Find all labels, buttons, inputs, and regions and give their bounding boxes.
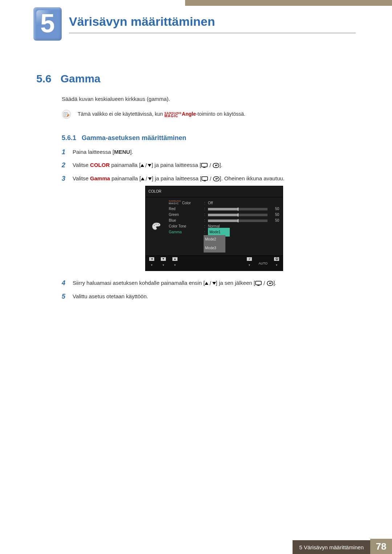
step-body: Valitse Gamma painamalla [/] ja paina la… — [73, 175, 352, 274]
subsection-number: 5.6.1 — [62, 134, 76, 141]
svg-point-13 — [158, 224, 159, 225]
osd-btn-enter: ↲▾ — [247, 257, 252, 269]
step-1: 1 Paina laitteessa [MENU]. — [62, 148, 352, 156]
step-number: 3 — [62, 175, 68, 182]
text: Valitse — [73, 162, 90, 168]
label: Gamma — [169, 228, 201, 236]
page-footer: 5 Värisävyn määrittäminen 78 — [0, 539, 392, 554]
chapter-number-badge: 5 — [33, 7, 62, 41]
mode-option: Mode3 — [204, 244, 225, 253]
footer-page-number: 78 — [370, 539, 392, 554]
step-3: 3 Valitse Gamma painamalla [/] ja paina … — [62, 175, 352, 274]
text: Siirry haluamasi asetuksen kohdalle pain… — [73, 280, 205, 286]
step-number: 5 — [62, 292, 68, 300]
svg-point-12 — [156, 224, 157, 225]
step-body: Valitse COLOR painamalla [/] ja paina la… — [73, 161, 352, 169]
color-label: COLOR — [90, 162, 110, 168]
text: ]. Oheinen ikkuna avautuu. — [220, 175, 284, 181]
osd-btn-power: ⏻▾ — [274, 257, 279, 269]
monitor-icon — [201, 176, 208, 181]
step-number: 2 — [62, 161, 68, 169]
slider — [208, 208, 268, 210]
enter-icon — [213, 176, 220, 181]
mode-option: Mode2 — [204, 235, 225, 244]
osd-left-icon-area — [146, 197, 167, 255]
samsung-magic-logo: SAMSUNG MAGIC — [164, 112, 182, 118]
up-down-icon: / — [205, 279, 216, 287]
osd-row-gamma: Gamma : Mode1 — [169, 229, 279, 235]
note-text: Tämä valikko ei ole käytettävissä, kun S… — [78, 111, 245, 117]
osd-right: SAMSUNG MAGIC Color : Off Red : — [167, 197, 283, 255]
osd-auto-label: AUTO — [258, 259, 268, 267]
monitor-icon — [255, 281, 262, 286]
samsung-magic-small: SAMSUNG MAGIC — [169, 200, 181, 205]
osd-btn-up: ▲▾ — [172, 257, 177, 269]
section-title: Gamma — [61, 73, 101, 85]
document-page: 5 Värisävyn määrittäminen 5.6 Gamma Sääd… — [0, 0, 392, 554]
step-body: Valittu asetus otetaan käyttöön. — [73, 292, 352, 300]
note-icon — [62, 110, 71, 119]
svg-point-11 — [154, 225, 155, 226]
step-number: 4 — [62, 279, 68, 287]
note-post: -toiminto on käytössä. — [196, 111, 245, 117]
slider — [208, 214, 268, 216]
footer-text: 5 Värisävyn määrittäminen — [293, 540, 370, 554]
osd-btn-left: ◄▾ — [149, 257, 154, 269]
text: ]. — [130, 149, 133, 155]
osd-btn-down: ▼▾ — [161, 257, 166, 269]
chapter-rule — [69, 33, 356, 33]
step-number: 1 — [62, 148, 68, 156]
svg-rect-5 — [201, 163, 207, 167]
section-number: 5.6 — [36, 73, 52, 85]
osd-title: COLOR — [146, 186, 283, 197]
text: ] ja paina laitteessa [ — [152, 175, 201, 181]
step-5: 5 Valittu asetus otetaan käyttöön. — [62, 292, 352, 300]
enter-icon — [213, 163, 219, 168]
steps-list: 1 Paina laitteessa [MENU]. 2 Valitse COL… — [62, 148, 352, 305]
enter-icon — [267, 281, 273, 286]
text: ]. — [273, 280, 276, 286]
magic-text: MAGIC — [164, 114, 182, 118]
svg-rect-14 — [256, 281, 261, 285]
monitor-enter-icon: / — [201, 175, 220, 183]
text: painamalla [ — [110, 162, 140, 168]
subsection-heading: 5.6.1 Gamma-asetuksen määrittäminen — [62, 134, 186, 142]
text: painamalla [ — [110, 175, 141, 181]
slider — [208, 219, 268, 222]
chapter-title: Värisävyn määrittäminen — [69, 15, 215, 29]
osd-body: SAMSUNG MAGIC Color : Off Red : — [146, 197, 283, 255]
label: Color — [182, 201, 191, 205]
osd-footer: ◄▾ ▼▾ ▲▾ ↲▾ AUTO ⏻▾ — [146, 255, 283, 271]
text: ] ja paina laitteessa [ — [151, 162, 201, 168]
monitor-enter-icon: / — [255, 279, 273, 287]
monitor-enter-icon: / — [201, 161, 219, 169]
text: Paina laitteessa [ — [73, 149, 114, 155]
text: ]. — [219, 162, 222, 168]
subsection-title: Gamma-asetuksen määrittäminen — [82, 134, 186, 141]
monitor-icon — [201, 163, 208, 168]
intro-text: Säädä kuvan keskialueen kirkkaus (gamma)… — [62, 96, 170, 102]
osd-screenshot: COLOR — [145, 186, 283, 271]
note-pre: Tämä valikko ei ole käytettävissä, kun — [78, 111, 164, 117]
b: MAGIC — [169, 202, 181, 205]
step-2: 2 Valitse COLOR painamalla [/] ja paina … — [62, 161, 352, 169]
gamma-label: Gamma — [90, 175, 110, 181]
svg-rect-8 — [202, 177, 208, 180]
svg-rect-6 — [203, 167, 205, 168]
section-heading: 5.6 Gamma — [36, 73, 101, 85]
palette-icon — [151, 222, 162, 231]
up-down-icon: / — [141, 175, 152, 183]
step-body: Paina laitteessa [MENU]. — [73, 148, 352, 156]
text: ] ja sen jälkeen [ — [216, 280, 255, 286]
svg-rect-15 — [257, 285, 260, 286]
menu-button-label: MENU — [114, 149, 130, 155]
up-down-icon: / — [140, 161, 151, 169]
osd-extra-modes: Mode2 Mode3 — [204, 235, 279, 253]
svg-rect-9 — [204, 181, 206, 181]
step-4: 4 Siirry haluamasi asetuksen kohdalle pa… — [62, 279, 352, 287]
angle-label: Angle — [182, 111, 196, 117]
top-stripe — [185, 0, 392, 6]
note-row: Tämä valikko ei ole käytettävissä, kun S… — [62, 110, 245, 119]
text: Valitse — [73, 175, 90, 181]
step-body: Siirry haluamasi asetuksen kohdalle pain… — [73, 279, 352, 287]
